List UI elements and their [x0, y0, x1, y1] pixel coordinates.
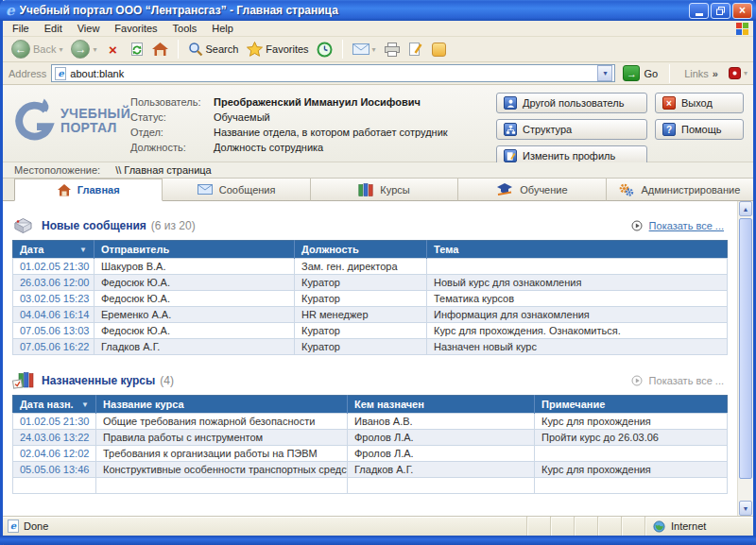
- history-button[interactable]: [315, 39, 335, 60]
- vertical-scrollbar[interactable]: ▲ ▼: [737, 201, 753, 516]
- cell: Общие требования пожарной безопасности: [96, 414, 348, 430]
- table-row[interactable]: 07.05.06 16:22Гладков А.Г.КураторНазначе…: [13, 339, 728, 355]
- courses-section: Назначенные курсы (4) Показать все ... Д…: [12, 369, 728, 494]
- location-label: Местоположение:: [14, 164, 100, 176]
- column-header[interactable]: Кем назначен: [348, 396, 535, 414]
- date-cell[interactable]: 01.02.05 21:30: [13, 414, 96, 430]
- back-button[interactable]: ← Back ▾: [9, 40, 65, 59]
- close-button[interactable]: ×: [732, 3, 752, 19]
- cell: Гладков А.Г.: [94, 339, 295, 355]
- cell: Конструктивные особенности транспортных …: [96, 462, 348, 478]
- tab-messages[interactable]: Сообщения: [163, 179, 310, 201]
- menu-edit[interactable]: Edit: [37, 23, 70, 34]
- acrobat-dropdown-icon: ▾: [744, 69, 747, 77]
- date-cell[interactable]: 07.05.06 16:22: [13, 339, 94, 355]
- table-row[interactable]: 04.04.06 16:14Еременко А.А.HR менеджерИн…: [13, 307, 728, 323]
- exit-button[interactable]: × Выход: [655, 93, 744, 113]
- date-cell[interactable]: 05.05.06 13:46: [13, 462, 96, 478]
- play-circle-icon: [631, 220, 643, 231]
- status-pane: [597, 517, 621, 536]
- messenger-button[interactable]: [429, 39, 450, 60]
- help-button[interactable]: ? Помощь: [655, 119, 744, 140]
- table-row[interactable]: 01.02.05 21:30Общие требования пожарной …: [13, 414, 728, 430]
- table-row[interactable]: 05.05.06 13:46Конструктивные особенности…: [13, 462, 728, 478]
- tab-administration[interactable]: Администрирование: [607, 179, 753, 201]
- logo-text: УЧЕБНЫЙ ПОРТАЛ: [60, 107, 130, 135]
- address-dropdown-button[interactable]: ▾: [597, 65, 612, 81]
- exit-label: Выход: [681, 97, 713, 109]
- table-row[interactable]: [13, 478, 728, 494]
- portal-actions: Другой пользователь × Выход Структура ? …: [496, 93, 744, 166]
- zone-label: Internet: [671, 520, 706, 532]
- window-controls: ×: [689, 3, 752, 19]
- menu-tools[interactable]: Tools: [165, 23, 205, 34]
- show-all-messages-link[interactable]: Показать все ...: [631, 220, 724, 231]
- show-all-label[interactable]: Показать все ...: [649, 220, 724, 231]
- menu-favorites[interactable]: Favorites: [107, 23, 164, 34]
- print-button[interactable]: [382, 39, 403, 60]
- table-row[interactable]: 07.05.06 13:03Федосюк Ю.А.КураторКурс дл…: [13, 323, 728, 339]
- forward-button[interactable]: → ▾: [68, 40, 99, 59]
- edit-button[interactable]: [405, 39, 426, 60]
- go-button[interactable]: → Go: [620, 65, 661, 81]
- favorites-star-icon: [247, 42, 263, 57]
- column-header[interactable]: Тема: [427, 241, 728, 259]
- forward-dropdown-icon[interactable]: ▾: [93, 45, 96, 54]
- show-all-label: Показать все ...: [649, 375, 724, 386]
- window-titlebar[interactable]: e Учебный портал ООО “Лентрансгаз” - Гла…: [0, 0, 756, 21]
- date-cell[interactable]: 04.04.06 16:14: [13, 307, 94, 323]
- scroll-up-button[interactable]: ▲: [739, 201, 752, 216]
- column-header[interactable]: Должность: [295, 241, 427, 259]
- restore-button[interactable]: [711, 3, 730, 19]
- search-button[interactable]: Search: [185, 42, 242, 57]
- history-icon: [317, 42, 333, 58]
- cell: Федосюк Ю.А.: [94, 291, 295, 307]
- column-header[interactable]: Дата назн.▼: [13, 396, 96, 414]
- location-value: \\ Главная страница: [115, 164, 212, 176]
- table-row[interactable]: 26.03.06 12:00Федосюк Ю.А.КураторНовый к…: [13, 275, 728, 291]
- cell: Фролов Л.А.: [348, 446, 535, 462]
- table-row[interactable]: 02.04.06 12:02Требования к организации р…: [13, 446, 728, 462]
- tab-courses[interactable]: Курсы: [311, 179, 458, 201]
- table-row[interactable]: 01.02.05 21:30Шакуров В.А.Зам. ген. дире…: [13, 259, 728, 275]
- browser-window: e Учебный портал ООО “Лентрансгаз” - Гла…: [0, 0, 756, 545]
- scroll-thumb[interactable]: [739, 218, 752, 479]
- column-header[interactable]: Отправитель: [94, 241, 295, 259]
- menu-help[interactable]: Help: [204, 23, 241, 34]
- table-row[interactable]: 03.02.05 15:23Федосюк Ю.А.КураторТематик…: [13, 291, 728, 307]
- tab-home[interactable]: Главная: [14, 179, 163, 201]
- mail-dropdown-icon[interactable]: ▾: [372, 45, 376, 54]
- date-cell[interactable]: 26.03.06 12:00: [13, 275, 94, 291]
- status-message-pane: e Done: [8, 519, 526, 533]
- stop-button[interactable]: ×: [103, 39, 124, 60]
- tab-training[interactable]: Обучение: [458, 179, 606, 201]
- scroll-down-button[interactable]: ▼: [739, 501, 752, 516]
- address-value: about:blank: [70, 68, 593, 79]
- column-header[interactable]: Примечание: [535, 396, 728, 414]
- minimize-button[interactable]: [689, 3, 709, 19]
- table-header-row: Дата назн.▼Название курсаКем назначенПри…: [13, 396, 728, 414]
- refresh-button[interactable]: [127, 39, 147, 60]
- column-header[interactable]: Название курса: [96, 396, 348, 414]
- other-user-button[interactable]: Другой пользователь: [496, 93, 647, 113]
- home-button[interactable]: [150, 39, 171, 60]
- menu-view[interactable]: View: [70, 23, 108, 34]
- menu-file[interactable]: File: [5, 23, 37, 34]
- column-header[interactable]: Дата▼: [13, 241, 94, 259]
- edit-icon: [409, 42, 422, 57]
- structure-button[interactable]: Структура: [496, 119, 647, 140]
- favorites-button[interactable]: Favorites: [244, 42, 311, 57]
- date-cell[interactable]: 24.03.06 13:22: [13, 430, 96, 446]
- date-cell[interactable]: 02.04.06 12:02: [13, 446, 96, 462]
- date-cell[interactable]: 07.05.06 13:03: [13, 323, 94, 339]
- table-row[interactable]: 24.03.06 13:22Правила работы с инструмен…: [13, 430, 728, 446]
- back-dropdown-icon[interactable]: ▾: [59, 45, 62, 54]
- date-cell[interactable]: 03.02.05 15:23: [13, 291, 94, 307]
- cell: Фролов Л.А.: [348, 430, 535, 446]
- cell: Курс для прохождения: [535, 414, 728, 430]
- mail-button[interactable]: ▾: [350, 43, 379, 55]
- acrobat-button[interactable]: ▾: [729, 67, 747, 79]
- address-input[interactable]: e about:blank ▾: [51, 64, 615, 82]
- date-cell[interactable]: 01.02.05 21:30: [13, 259, 94, 275]
- links-menu[interactable]: Links »: [679, 68, 724, 79]
